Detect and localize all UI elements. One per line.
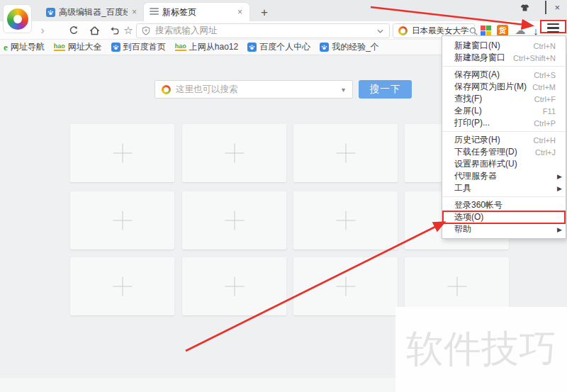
home-button[interactable] (88, 21, 101, 40)
menu-separator (443, 196, 565, 197)
e-navigation-icon: e (4, 42, 8, 53)
bookmark-item[interactable]: hao 上网从hao12 (175, 41, 238, 53)
menu-item-label: 查找(F) (454, 93, 534, 105)
tab-close-icon[interactable]: × (130, 7, 138, 17)
watermark-text: 软件技巧 (406, 324, 556, 375)
menu-item-shortcut: Ctrl+F (534, 95, 556, 103)
address-bar[interactable]: 搜索或输入网址 (136, 23, 390, 38)
main-menu-button[interactable] (547, 23, 559, 33)
menu-item-label: 下载任务管理(D) (454, 146, 535, 158)
menu-item-label: 历史记录(H) (454, 134, 534, 146)
page-search-placeholder: 这里也可以搜索 (176, 84, 342, 96)
menu-item-label: 选项(O) (454, 211, 556, 223)
menu-item[interactable]: 历史记录(H) Ctrl+H ▶ (442, 134, 566, 146)
menu-item-label: 帮助 (454, 223, 556, 235)
speed-dial-add-tile[interactable] (182, 191, 286, 250)
submenu-arrow-icon: ▶ (557, 226, 562, 233)
menu-item-shortcut: Ctrl+P (534, 119, 556, 128)
menu-item[interactable]: 代理服务器 ▶ (442, 170, 566, 182)
window-controls: × (520, 2, 560, 13)
menu-item-shortcut: Ctrl+H (534, 136, 556, 145)
tab-strip: 高级编辑器_百度经验 × 新标签页 × + (40, 3, 271, 21)
search-submit-button[interactable]: 搜一下 (359, 80, 412, 99)
undo-restore-button[interactable] (108, 21, 121, 40)
menu-item-label: 登录360帐号 (454, 199, 556, 211)
submenu-arrow-icon: ▶ (557, 185, 562, 192)
menu-item[interactable]: 查找(F) Ctrl+F ▶ (442, 93, 566, 105)
menu-item[interactable]: 新建窗口(N) Ctrl+N ▶ (442, 40, 566, 52)
address-dropdown-chevron-icon[interactable] (377, 29, 383, 33)
new-tab-button[interactable]: + (258, 4, 271, 21)
browser-logo[interactable] (3, 4, 32, 33)
forward-button[interactable]: › (36, 21, 49, 40)
menu-item-label: 保存网页为图片(M) (454, 81, 532, 93)
menu-item[interactable]: 全屏(L) F11 ▶ (442, 105, 566, 117)
speed-dial-add-tile[interactable] (182, 124, 286, 182)
menu-item[interactable]: 新建隐身窗口 Ctrl+Shift+N ▶ (442, 52, 566, 64)
speed-dial-add-tile[interactable] (293, 257, 398, 315)
bookmark-label: 到百度首页 (123, 41, 166, 53)
menu-item[interactable]: 下载任务管理(D) Ctrl+J ▶ (442, 146, 566, 158)
menu-item[interactable]: 工具 ▶ (442, 182, 566, 194)
hao123-icon: hao (175, 43, 186, 51)
bookmark-item[interactable]: e 网址导航 (4, 41, 45, 53)
speed-dial-add-tile[interactable] (70, 191, 174, 250)
favorites-star-icon[interactable]: ☆ (122, 21, 135, 40)
bookmark-item[interactable]: hao 网址大全 (54, 41, 102, 53)
bookmark-label: 网址导航 (11, 41, 45, 53)
menu-item-shortcut: Ctrl+J (535, 148, 556, 157)
speed-dial-add-tile[interactable] (182, 257, 286, 315)
maximize-button[interactable] (545, 1, 546, 14)
watermark-block: 软件技巧 (395, 307, 567, 392)
menu-item-options-highlighted[interactable]: 选项(O) ▶ (442, 211, 566, 223)
menu-item-label: 工具 (454, 182, 556, 194)
speed-dial-add-tile[interactable] (293, 124, 398, 182)
bookmark-item[interactable]: 百度个人中心 (247, 41, 310, 53)
page-search-input[interactable]: 这里也可以搜索 ▾ (155, 80, 353, 99)
bookmark-item[interactable]: 到百度首页 (111, 41, 166, 53)
menu-item-label: 代理服务器 (454, 170, 556, 182)
close-button[interactable]: × (554, 2, 560, 13)
menu-item[interactable]: 登录360帐号 ▶ (442, 199, 566, 211)
search-engine-caret-icon[interactable]: ▾ (342, 86, 345, 94)
baidu-paw-icon (320, 43, 329, 52)
theme-shirt-icon[interactable] (520, 4, 529, 12)
menu-item[interactable]: 设置界面样式(U) ▶ (442, 158, 566, 170)
speed-dial-add-tile[interactable] (70, 257, 174, 315)
magnifier-icon[interactable] (469, 27, 478, 35)
baidu-paw-icon (46, 8, 55, 17)
baidu-paw-icon (111, 43, 120, 52)
menu-item-shortcut: Ctrl+N (534, 42, 556, 50)
title-bar: 高级编辑器_百度经验 × 新标签页 × + × (0, 0, 567, 21)
bookmark-label: 网址大全 (68, 41, 102, 53)
menu-item[interactable]: 保存网页(A) Ctrl+S ▶ (442, 69, 566, 81)
tab-title: 新标签页 (162, 6, 233, 18)
menu-item[interactable]: 帮助 ▶ (442, 223, 566, 235)
bookmark-label: 上网从hao12 (189, 41, 238, 53)
menu-item[interactable]: 保存网页为图片(M) Ctrl+M ▶ (442, 81, 566, 93)
tab-title: 高级编辑器_百度经验 (59, 6, 128, 18)
browser-window: 高级编辑器_百度经验 × 新标签页 × + × ‹ › (0, 0, 567, 392)
menu-item-shortcut: Ctrl+M (532, 83, 556, 91)
main-dropdown-menu: 新建窗口(N) Ctrl+N ▶ 新建隐身窗口 Ctrl+Shift+N ▶ 保… (442, 35, 566, 239)
menu-item-shortcut: Ctrl+S (534, 71, 556, 79)
menu-item-label: 新建窗口(N) (454, 40, 534, 52)
bookmark-item[interactable]: 我的经验_个 (320, 41, 379, 53)
menu-item-label: 打印(P)... (454, 117, 534, 129)
bookmark-label: 百度个人中心 (259, 41, 310, 53)
speed-dial-add-tile[interactable] (293, 191, 398, 250)
tab-new-tab-page[interactable]: 新标签页 × (144, 3, 249, 21)
menu-separator (443, 131, 565, 132)
submenu-arrow-icon: ▶ (557, 173, 562, 180)
refresh-button[interactable] (67, 21, 80, 40)
tab-close-icon[interactable]: × (236, 7, 244, 17)
logo-swirl-icon (7, 9, 28, 30)
security-shield-icon (142, 26, 150, 35)
bookmark-label: 我的经验_个 (332, 41, 379, 53)
menu-item[interactable]: 打印(P)... Ctrl+P ▶ (442, 117, 566, 129)
speed-dial-add-tile[interactable] (70, 124, 174, 182)
so360-search-icon (162, 85, 171, 94)
menu-item-label: 新建隐身窗口 (454, 52, 513, 64)
tab-baidu-jingyan[interactable]: 高级编辑器_百度经验 × (40, 3, 144, 21)
baidu-paw-icon (247, 43, 257, 52)
